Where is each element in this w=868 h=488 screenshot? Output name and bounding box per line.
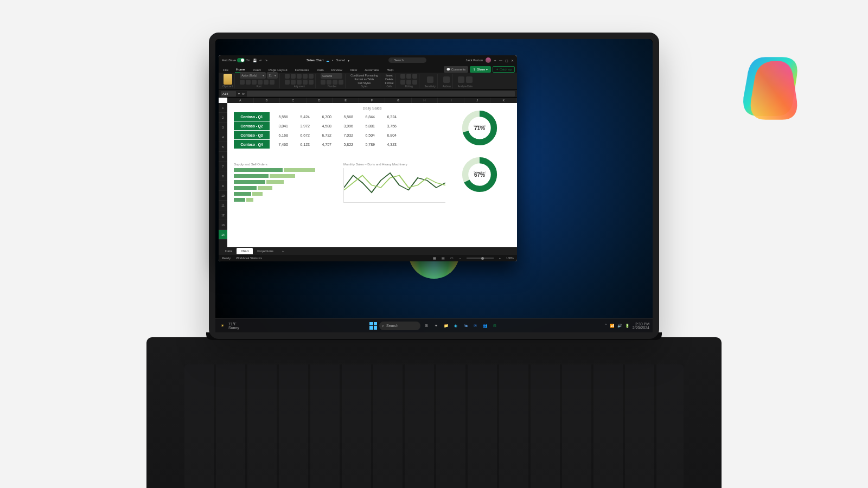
chevron-down-icon[interactable]: ▾	[348, 59, 349, 62]
format-table-button[interactable]: Format as Table	[355, 78, 374, 81]
donut-2-pct: 67%	[461, 156, 498, 193]
title-search[interactable]: ⌕ Search	[388, 57, 426, 63]
clock[interactable]: 2:30 PM 2/20/2024	[633, 322, 649, 330]
autosave-label: AutoSave	[222, 59, 236, 62]
tab-automate[interactable]: Automate	[363, 68, 380, 73]
sheet-canvas[interactable]: Daily Sales Contoso - Q15,5565,4246,7005…	[227, 103, 517, 247]
zoom-slider[interactable]	[467, 258, 494, 259]
view-normal-icon[interactable]: ▦	[433, 256, 436, 260]
tab-formulas[interactable]: Formulas	[294, 68, 310, 73]
volume-icon[interactable]: 🔊	[617, 324, 622, 328]
fx-icon[interactable]: fx	[242, 92, 245, 95]
status-bar: Ready Workbook Statistics ▦ ▤ ▭ − + 100%	[219, 255, 517, 261]
redo-icon[interactable]: ↷	[265, 59, 267, 62]
explorer-icon[interactable]: 📁	[442, 322, 450, 330]
status-stats[interactable]: Workbook Statistics	[236, 256, 262, 260]
addins-icon[interactable]	[443, 76, 450, 83]
column-headers[interactable]: ABC DEF GHI JK	[227, 98, 517, 103]
share-button[interactable]: ⇪Share▾	[470, 66, 491, 73]
zoom-in-icon[interactable]: +	[499, 256, 501, 260]
border-icon[interactable]	[258, 80, 263, 85]
sheet-tab-data[interactable]: Data	[221, 248, 237, 254]
excel-taskbar-icon[interactable]: ⊟	[491, 322, 499, 330]
paste-icon[interactable]	[224, 74, 232, 85]
cond-format-button[interactable]: Conditional Formatting	[350, 74, 378, 77]
laptop-keyboard	[146, 337, 722, 488]
search-icon: ⌕	[382, 324, 384, 328]
autosave-state: On	[246, 59, 250, 62]
outlook-icon[interactable]: ✉	[471, 322, 479, 330]
tab-view[interactable]: View	[349, 68, 358, 73]
font-size-combo[interactable]: 11▾	[267, 72, 278, 79]
ribbon: Clipboard Aptos (Body)▾ 11▾	[219, 73, 517, 90]
sheet-tab-projections[interactable]: Projections	[253, 248, 278, 254]
undo-icon[interactable]: ↶	[259, 59, 262, 62]
view-pagelayout-icon[interactable]: ▤	[442, 256, 445, 260]
fontcolor-icon[interactable]	[270, 80, 275, 85]
tab-help[interactable]: Help	[386, 68, 395, 73]
bold-icon[interactable]	[240, 80, 245, 85]
donut-chart-2: Sales Goal 67%	[461, 156, 498, 193]
ribbon-sensitivity: Sensitivity	[423, 74, 437, 88]
comments-button[interactable]: 💬Comments	[444, 66, 469, 73]
copilot-taskbar-icon[interactable]: ✦	[432, 322, 440, 330]
autosave-toggle[interactable]: AutoSave On	[222, 58, 250, 62]
name-box[interactable]: A14	[221, 91, 236, 97]
bars-panel: Supply and Sell Orders	[234, 163, 336, 203]
copilot-logo	[732, 42, 825, 134]
row-headers[interactable]: 1234567 8910111213 14	[219, 103, 227, 247]
battery-icon[interactable]: 🔋	[625, 324, 630, 328]
edge-icon[interactable]: ◉	[452, 322, 459, 330]
formula-input[interactable]	[247, 91, 515, 97]
analyze-icon[interactable]	[458, 76, 464, 83]
weather-temp: 71°F	[228, 322, 239, 326]
tab-data[interactable]: Data	[316, 68, 325, 73]
user-name: Jack Purton	[465, 59, 483, 62]
taskbar-search[interactable]: ⌕Search	[379, 322, 420, 330]
worksheet[interactable]: ABC DEF GHI JK 1234567 8910111213 14 Dai…	[219, 98, 517, 247]
fill-icon[interactable]	[264, 80, 269, 85]
weather-icon[interactable]: ☀	[219, 322, 226, 330]
sheet-tabs: Data Chart Projections +	[219, 247, 517, 255]
status-ready: Ready	[222, 256, 231, 260]
taskbar: ☀ 71°F Sunny ⌕Search ⊞ ✦ 📁 ◉ 🛍 ✉ 👥 ⊟ ˄ 📶…	[215, 318, 653, 332]
doc-title: Sales Chart	[307, 59, 323, 62]
tab-review[interactable]: Review	[330, 68, 343, 73]
close-button[interactable]: ✕	[511, 59, 514, 62]
ribbon-font: Aptos (Body)▾ 11▾ Font	[238, 74, 280, 88]
avatar-icon[interactable]	[486, 57, 491, 63]
tab-file[interactable]: File	[222, 68, 229, 73]
format-cells-button[interactable]: Format	[385, 81, 394, 85]
copilot-ribbon-icon[interactable]	[466, 76, 473, 83]
cell-styles-button[interactable]: Cell Styles	[358, 81, 371, 85]
italic-icon[interactable]	[246, 80, 251, 85]
formula-bar: A14 ▾ fx	[219, 90, 517, 98]
store-icon[interactable]: 🛍	[462, 322, 469, 330]
task-view-icon[interactable]: ⊞	[423, 322, 430, 330]
ribbon-styles: Conditional Formatting Format as Table C…	[349, 74, 380, 88]
teams-icon[interactable]: 👥	[481, 322, 489, 330]
restore-button[interactable]: ▢	[505, 59, 508, 62]
ribbon-ai: Analyze Data	[456, 74, 474, 88]
sheet-tab-add[interactable]: +	[278, 248, 289, 254]
underline-icon[interactable]	[252, 80, 257, 85]
zoom-pct[interactable]: 100%	[506, 256, 514, 260]
save-icon[interactable]: 💾	[253, 59, 257, 62]
copilot-icon[interactable]: ✦	[494, 59, 496, 62]
view-pagebreak-icon[interactable]: ▭	[450, 256, 454, 260]
ribbon-clipboard: Clipboard	[221, 74, 235, 88]
ribbon-alignment: Alignment	[283, 74, 316, 88]
start-button[interactable]	[369, 322, 377, 330]
delete-cells-button[interactable]: Delete	[385, 78, 393, 81]
minimize-button[interactable]: —	[499, 59, 502, 62]
insert-cells-button[interactable]: Insert	[386, 74, 393, 77]
font-name-combo[interactable]: Aptos (Body)▾	[240, 72, 266, 79]
wifi-icon[interactable]: 📶	[610, 324, 615, 328]
number-format-combo[interactable]: General	[321, 73, 342, 79]
sheet-tab-chart[interactable]: Chart	[237, 248, 253, 254]
chevron-up-icon[interactable]: ˄	[605, 324, 607, 328]
zoom-out-icon[interactable]: −	[459, 256, 461, 260]
sensitivity-icon[interactable]	[427, 76, 433, 83]
donut-1-pct: 71%	[461, 110, 498, 146]
catchup-button[interactable]: ✦Catch up	[493, 66, 515, 73]
